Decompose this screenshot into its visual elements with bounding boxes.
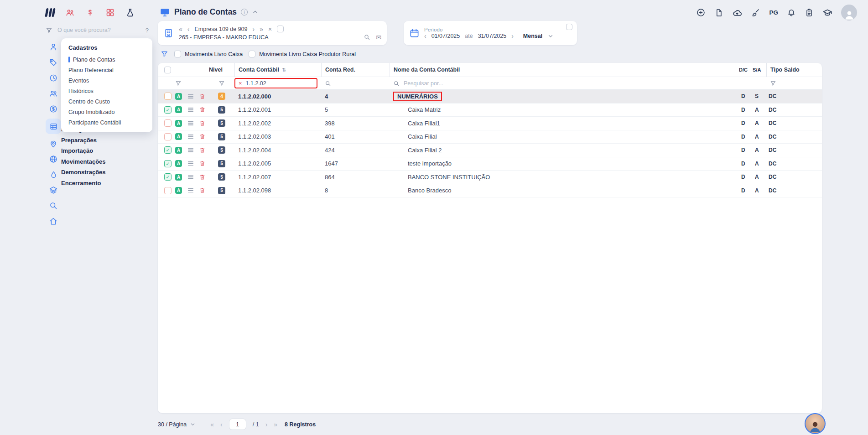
delete-icon[interactable] [199, 160, 206, 167]
company-checkbox[interactable]: ✓ [277, 26, 284, 32]
period-prev-button[interactable]: ‹ [424, 33, 426, 39]
info-icon[interactable]: i [241, 9, 248, 16]
layers-icon[interactable] [47, 184, 59, 196]
support-avatar[interactable] [805, 413, 826, 434]
sidebar-menu-item[interactable]: Grupo Imobilizado [61, 107, 152, 117]
period-end-date[interactable]: 31/07/2025 [478, 33, 507, 39]
row-menu-icon[interactable] [188, 188, 193, 192]
collapse-chevron-icon[interactable] [252, 9, 259, 16]
app-logo[interactable] [46, 8, 55, 17]
pin-icon[interactable] [47, 138, 59, 150]
home-icon[interactable] [47, 215, 59, 227]
row-menu-icon[interactable] [188, 148, 193, 152]
produtor-rural-checkbox[interactable]: ✓ [249, 51, 255, 57]
sort-icon[interactable]: ⇅ [282, 67, 286, 73]
search-icon[interactable] [47, 200, 59, 212]
row-checkbox[interactable]: ✓ [164, 133, 172, 140]
row-checkbox[interactable]: ✓ [164, 160, 172, 167]
delete-icon[interactable] [199, 174, 206, 181]
row-checkbox[interactable]: ✓ [164, 93, 172, 100]
funnel-icon[interactable] [175, 80, 182, 87]
row-checkbox[interactable]: ✓ [164, 173, 172, 181]
flask-icon[interactable] [125, 8, 135, 17]
delete-icon[interactable] [199, 187, 206, 194]
sidebar-menu-item[interactable]: Plano Referencial [61, 65, 152, 75]
row-menu-icon[interactable] [188, 108, 193, 112]
delete-icon[interactable] [199, 147, 206, 154]
users-icon[interactable] [65, 8, 75, 17]
conta-contabil-cell[interactable]: 1.1.2.02.007 [234, 171, 321, 184]
toggle-livro-caixa[interactable]: ✓ Movimenta Livro Caixa [174, 51, 243, 57]
tag-icon[interactable] [47, 57, 59, 68]
sidebar-menu-item[interactable]: Plano de Contas [61, 54, 152, 65]
sidebar-menu-item[interactable]: Participante Contábil [61, 117, 152, 128]
company-prev-button[interactable]: ‹ [187, 26, 190, 32]
dollar-icon[interactable] [85, 8, 95, 17]
page-input[interactable] [229, 419, 246, 430]
company-clear-icon[interactable]: × [268, 26, 272, 33]
company-search-icon[interactable] [364, 34, 370, 41]
conta-contabil-cell[interactable]: 1.1.2.02.004 [234, 144, 321, 157]
period-next-button[interactable]: › [511, 33, 514, 39]
filter-funnel-icon[interactable] [46, 27, 52, 34]
funnel-icon[interactable] [770, 80, 776, 87]
grid-icon[interactable] [105, 8, 115, 17]
sidebar-section-item[interactable]: Importação [61, 147, 106, 154]
per-page-select[interactable]: 30 / Página [158, 421, 196, 428]
plan-of-accounts-icon[interactable] [46, 119, 61, 134]
row-menu-icon[interactable] [188, 135, 193, 139]
bell-icon[interactable] [787, 8, 796, 17]
sidebar-menu-item[interactable]: Históricos [61, 86, 152, 96]
delete-icon[interactable] [199, 93, 206, 100]
clear-filter-icon[interactable]: × [239, 80, 242, 86]
cloud-upload-icon[interactable] [732, 8, 742, 18]
row-checkbox[interactable]: ✓ [164, 106, 172, 114]
person-icon[interactable] [47, 41, 59, 53]
company-last-button[interactable]: » [260, 26, 263, 32]
add-icon[interactable] [696, 8, 706, 17]
period-mode-chevron-icon[interactable] [547, 33, 554, 39]
sidebar-section-item[interactable]: Demonstrações [61, 169, 106, 176]
user-avatar[interactable] [841, 5, 857, 21]
row-checkbox[interactable]: ✓ [164, 187, 172, 194]
row-menu-icon[interactable] [188, 121, 193, 125]
row-checkbox[interactable]: ✓ [164, 146, 172, 154]
company-first-button[interactable]: « [179, 26, 182, 32]
graduation-cap-icon[interactable] [822, 8, 832, 18]
sidebar-menu-item[interactable]: Eventos [61, 75, 152, 86]
finance-icon[interactable] [47, 103, 59, 115]
sidebar-section-item[interactable]: Movimentações [61, 158, 106, 165]
document-icon[interactable] [714, 8, 723, 17]
nome-filter-input[interactable] [403, 80, 494, 87]
first-page-button[interactable]: « [210, 421, 214, 428]
row-menu-icon[interactable] [188, 175, 193, 179]
broom-icon[interactable] [751, 8, 760, 17]
row-menu-icon[interactable] [188, 94, 193, 98]
delete-icon[interactable] [199, 120, 206, 127]
conta-contabil-cell[interactable]: 1.1.2.02.002 [234, 117, 321, 130]
period-checkbox[interactable]: ✓ [566, 24, 572, 30]
sidebar-search-input[interactable] [57, 26, 141, 34]
pg-button[interactable]: PG [769, 9, 778, 16]
conta-contabil-cell[interactable]: 1.1.2.02.000 [234, 90, 321, 103]
toggle-produtor-rural[interactable]: ✓ Movimenta Livro Caixa Produtor Rural [249, 51, 356, 57]
globe-icon[interactable] [47, 153, 59, 165]
conta-contabil-cell[interactable]: 1.1.2.02.001 [234, 104, 321, 117]
delete-icon[interactable] [199, 133, 206, 140]
select-all-checkbox[interactable]: ✓ [164, 67, 171, 73]
sidebar-menu-item[interactable]: Centro de Custo [61, 96, 152, 107]
clipboard-icon[interactable] [805, 8, 814, 17]
clock-icon[interactable] [47, 72, 59, 84]
next-page-button[interactable]: › [265, 421, 268, 428]
drop-icon[interactable] [47, 169, 59, 181]
period-start-date[interactable]: 01/07/2025 [431, 33, 460, 39]
delete-icon[interactable] [199, 106, 206, 113]
conta-filter-input[interactable] [245, 80, 300, 87]
funnel-icon[interactable] [161, 50, 168, 58]
help-icon[interactable]: ? [146, 27, 149, 34]
last-page-button[interactable]: » [274, 421, 277, 428]
company-next-button[interactable]: › [253, 26, 255, 32]
livro-caixa-checkbox[interactable]: ✓ [174, 51, 181, 57]
period-mode[interactable]: Mensal [523, 33, 542, 39]
conta-contabil-cell[interactable]: 1.1.2.02.005 [234, 157, 321, 171]
